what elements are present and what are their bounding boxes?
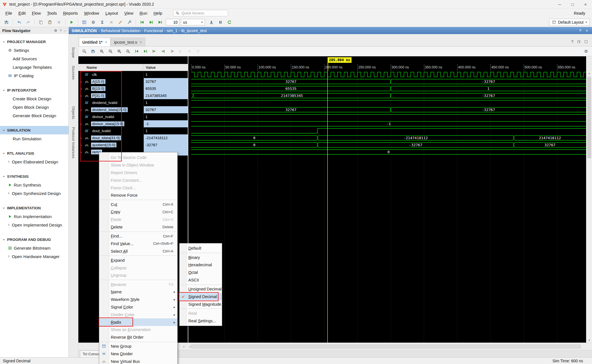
flow-item-run-synthesis[interactable]: Run Synthesis [0,181,69,189]
scroll-down-icon[interactable]: ▼ [586,339,592,342]
tab-tcl-console[interactable]: Tcl Console [80,350,99,357]
menu-flow[interactable]: Flow [29,10,44,17]
toolbar-edit-button[interactable] [116,18,125,26]
cursor-time-label[interactable]: 205.004 ns [328,57,352,63]
time-unit-select[interactable]: us ▾ [181,19,205,25]
wave-toolbar-zoom-fit-button[interactable] [115,48,123,55]
close-icon[interactable]: × [140,40,142,44]
tab-untitled-1[interactable]: Untitled 1*× [79,38,111,46]
side-tab-sources[interactable]: Sources [71,63,76,82]
signal-row-p-31-0[interactable]: ›P[31:0] [78,92,143,99]
menu-help[interactable]: Help [151,10,165,17]
flow-item-open-elaborated-design[interactable]: Open Elaborated Design [0,157,69,166]
flow-item-open-hardware-manager[interactable]: Open Hardware Manager [0,252,69,261]
menu-window[interactable]: Window [81,10,102,17]
wave-toolbar-next-transition-button[interactable] [159,48,167,55]
flow-item-open-block-design[interactable]: Open Block Design [0,103,69,111]
signal-value-p-31-0[interactable]: 2147385345 [144,92,188,99]
scrollbar-thumb[interactable] [587,77,591,158]
toolbar-restart-button[interactable] [138,18,146,26]
context-menu-item-new-divider[interactable]: New Divider [99,350,177,358]
toolbar-step-button[interactable] [207,18,216,26]
toolbar-dashboard-button[interactable] [80,18,89,26]
radix-option-ascii[interactable]: ASCII [180,276,222,284]
horizontal-scrollbar-thumb[interactable] [191,345,581,349]
menu-file[interactable]: File [2,10,15,17]
toolbar-settings-gear-button[interactable] [89,18,98,26]
flow-item-run-implementation[interactable]: Run Implementation [0,212,69,221]
flow-section-header-project-manager[interactable]: PROJECT MANAGER [0,37,69,46]
collapse-right-icon[interactable]: › [183,344,184,349]
context-menu-item-new-group[interactable]: New Group [99,343,177,350]
signal-row-b-15-0[interactable]: ›B[15:0] [78,85,143,92]
signal-row-dividend-tdata-15-0[interactable]: ›dividend_tdata[15:0] [78,106,143,113]
maximize-panel-icon[interactable] [584,40,588,44]
expand-icon[interactable]: › [81,108,85,112]
help-icon[interactable]: ? [60,29,62,33]
flow-section-header-ip-integrator[interactable]: IP INTEGRATOR [0,86,69,94]
context-menu-item-expand[interactable]: Expand [99,256,177,264]
signal-value-b-15-0[interactable]: 65535 [144,85,188,92]
signal-value-dout-tvalid[interactable]: 1 [144,127,188,134]
signal-row-a-15-0[interactable]: ›A[15:0] [78,78,143,85]
radix-option-hexadecimal[interactable]: Hexadecimal [180,261,222,269]
signal-value-quotient-15-0[interactable]: -32767 [144,141,188,148]
expand-icon[interactable]: › [81,87,85,91]
expand-icon[interactable]: › [81,122,85,126]
signal-value-dividend-tvalid[interactable]: 1 [144,99,188,106]
context-menu-item-find[interactable]: Find...Ctrl+F [99,232,177,240]
signal-value-dout-tdata-31-0[interactable]: -2147418112 [144,134,188,141]
toolbar-pause-button[interactable] [216,18,225,26]
context-menu-item-delete[interactable]: DeleteDelete [99,223,177,231]
close-button[interactable]: × [579,0,592,8]
signal-value-clk[interactable]: 1 [144,71,188,78]
vertical-scrollbar[interactable]: ▲ ▼ [586,71,592,343]
time-ruler[interactable]: 0.000 ns50.000 ns100.000 ns150.000 ns200… [188,64,586,71]
toolbar-copy-button[interactable] [37,18,45,26]
expand-icon[interactable]: › [81,80,85,84]
value-column-header[interactable]: Value [143,64,188,71]
context-menu-item-waveform-style[interactable]: Waveform Style▸ [99,296,177,303]
signal-value-divisor-tvalid[interactable]: 1 [144,113,188,120]
toolbar-delete-button[interactable] [55,18,63,26]
gear-icon[interactable] [54,29,58,32]
expand-icon[interactable]: › [81,150,85,154]
wave-settings-button[interactable] [582,48,590,55]
signal-row-clk[interactable]: clk [78,71,143,78]
flow-section-header-rtl-analysis[interactable]: RTL ANALYSIS [0,149,69,157]
tab-ipcore-test-v[interactable]: ipcore_test.v× [111,38,145,46]
wave-toolbar-save-waveform-button[interactable] [89,48,97,55]
maximize-button[interactable]: □ [566,0,579,8]
flow-section-header-implementation[interactable]: IMPLEMENTATION [0,204,69,212]
close-icon[interactable]: × [586,28,588,33]
context-menu-item-copy[interactable]: CopyCtrl+C [99,208,177,216]
layout-selector[interactable]: Default Layout ▾ [549,19,590,26]
wave-toolbar-zoom-to-cursor-button[interactable] [124,48,132,55]
flow-item-open-implemented-design[interactable]: Open Implemented Design [0,221,69,229]
flow-section-header-synthesis[interactable]: SYNTHESIS [0,172,69,181]
flow-item-generate-bitstream[interactable]: Generate Bitstream [0,244,69,252]
toolbar-run-for-button[interactable] [156,18,164,26]
wave-toolbar-go-to-time-0-button[interactable] [133,48,141,55]
signal-value-dividend-tdata-15-0[interactable]: 32767 [144,106,188,113]
name-column-header[interactable]: Name [78,64,143,71]
help-icon[interactable]: ? [579,28,581,33]
toolbar-probe-button[interactable] [125,18,134,26]
toolbar-undo-button[interactable] [15,18,23,26]
radix-option-unsigned-decimal[interactable]: Unsigned Decimal [180,285,222,293]
run-time-input[interactable] [166,19,179,25]
scroll-up-icon[interactable]: ▲ [586,72,592,75]
toolbar-run-all-button[interactable] [147,18,155,26]
waveform-canvas[interactable]: 32767-327676553512147385345-3276732767-3… [188,71,586,343]
collapse-left-icon[interactable]: ‹ [189,344,191,349]
radix-option-default[interactable]: Default [180,245,222,252]
close-icon[interactable]: × [105,40,107,44]
wave-toolbar-previous-transition-button[interactable] [150,48,158,55]
menu-tools[interactable]: Tools [44,10,60,17]
side-tab-protocol-instances[interactable]: Protocol Instances [71,125,76,161]
context-menu-item-signal-color[interactable]: Signal Color▸ [99,303,177,311]
menu-layout[interactable]: Layout [102,10,121,17]
radix-option-binary[interactable]: Binary [180,254,222,261]
expand-icon[interactable]: › [81,94,85,98]
toolbar-paste-button[interactable] [46,18,54,26]
